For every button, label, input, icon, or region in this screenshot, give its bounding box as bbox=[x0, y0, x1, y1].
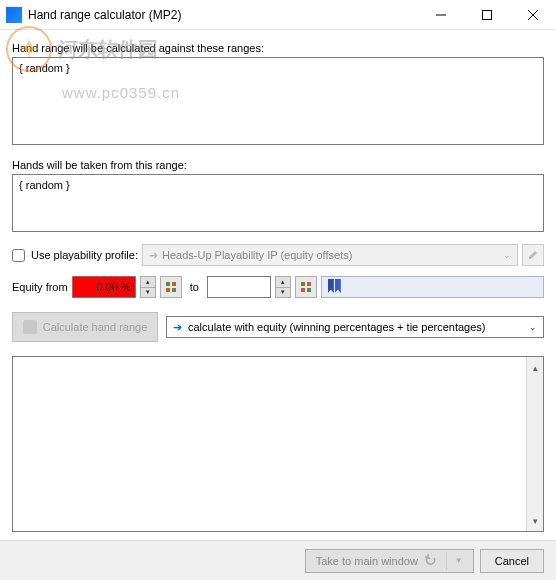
chevron-down-icon: ⌄ bbox=[529, 322, 537, 332]
arrow-right-icon: ➜ bbox=[173, 321, 182, 334]
take-to-main-button[interactable]: Take to main window ▼ bbox=[305, 549, 474, 573]
svg-rect-9 bbox=[307, 282, 311, 286]
results-content[interactable] bbox=[13, 357, 526, 531]
scroll-up-icon: ▴ bbox=[527, 359, 543, 376]
svg-rect-1 bbox=[483, 10, 492, 19]
app-icon bbox=[6, 7, 22, 23]
vertical-scrollbar[interactable]: ▴ ▾ bbox=[526, 357, 543, 531]
chevron-down-icon: ▼ bbox=[455, 556, 463, 565]
equity-from-input[interactable] bbox=[72, 276, 136, 298]
svg-rect-4 bbox=[166, 282, 170, 286]
calculate-button[interactable]: Calculate hand range bbox=[12, 312, 158, 342]
equity-row: Equity from ▲▼ to ▲▼ bbox=[12, 276, 544, 298]
calculate-row: Calculate hand range ➜ calculate with eq… bbox=[12, 312, 544, 342]
content-area: Hand range will be calculated against th… bbox=[0, 30, 556, 532]
divider bbox=[446, 552, 447, 570]
use-playability-checkbox[interactable] bbox=[12, 249, 25, 262]
spinner-down-icon: ▼ bbox=[276, 288, 290, 298]
use-playability-label: Use playability profile: bbox=[31, 249, 138, 261]
undo-icon bbox=[424, 554, 438, 568]
cancel-button-label: Cancel bbox=[495, 555, 529, 567]
svg-rect-7 bbox=[172, 288, 176, 292]
titlebar-left: Hand range calculator (MP2) bbox=[0, 7, 181, 23]
bookmark-box[interactable] bbox=[321, 276, 544, 298]
maximize-button[interactable] bbox=[464, 0, 510, 30]
footer: Take to main window ▼ Cancel bbox=[0, 540, 556, 580]
grid-icon bbox=[300, 281, 312, 293]
edit-profile-button[interactable] bbox=[522, 244, 544, 266]
taken-from-input[interactable] bbox=[12, 174, 544, 232]
calculate-mode-value: calculate with equity (winning percentag… bbox=[188, 321, 485, 333]
arrow-right-icon: ➜ bbox=[149, 249, 158, 262]
svg-rect-8 bbox=[301, 282, 305, 286]
equity-to-grid-button[interactable] bbox=[295, 276, 317, 298]
pencil-icon bbox=[527, 249, 539, 261]
take-to-main-label: Take to main window bbox=[316, 555, 418, 567]
bookmark-icon bbox=[328, 279, 344, 295]
minimize-button[interactable] bbox=[418, 0, 464, 30]
playability-profile-dropdown[interactable]: ➜ Heads-Up Playability IP (equity offset… bbox=[142, 244, 518, 266]
playability-profile-value: Heads-Up Playability IP (equity offsets) bbox=[162, 249, 352, 261]
svg-rect-11 bbox=[307, 288, 311, 292]
cancel-button[interactable]: Cancel bbox=[480, 549, 544, 573]
spinner-up-icon: ▲ bbox=[276, 277, 290, 288]
playability-row: Use playability profile: ➜ Heads-Up Play… bbox=[12, 244, 544, 266]
spinner-down-icon: ▼ bbox=[141, 288, 155, 298]
window-controls bbox=[418, 0, 556, 30]
spinner-up-icon: ▲ bbox=[141, 277, 155, 288]
equity-from-label: Equity from bbox=[12, 281, 68, 293]
equity-to-spinner[interactable]: ▲▼ bbox=[275, 276, 291, 298]
svg-rect-6 bbox=[166, 288, 170, 292]
window-title: Hand range calculator (MP2) bbox=[28, 8, 181, 22]
grid-icon bbox=[165, 281, 177, 293]
calculate-button-label: Calculate hand range bbox=[43, 321, 148, 333]
to-label: to bbox=[190, 281, 199, 293]
results-box: ▴ ▾ bbox=[12, 356, 544, 532]
calculate-icon bbox=[23, 320, 37, 334]
svg-rect-10 bbox=[301, 288, 305, 292]
against-ranges-input[interactable] bbox=[12, 57, 544, 145]
titlebar: Hand range calculator (MP2) bbox=[0, 0, 556, 30]
taken-from-label: Hands will be taken from this range: bbox=[12, 159, 544, 171]
equity-from-spinner[interactable]: ▲▼ bbox=[140, 276, 156, 298]
equity-from-grid-button[interactable] bbox=[160, 276, 182, 298]
close-button[interactable] bbox=[510, 0, 556, 30]
equity-to-input[interactable] bbox=[207, 276, 271, 298]
chevron-down-icon: ⌄ bbox=[503, 250, 511, 260]
svg-rect-5 bbox=[172, 282, 176, 286]
scroll-down-icon: ▾ bbox=[527, 512, 543, 529]
against-ranges-label: Hand range will be calculated against th… bbox=[12, 42, 544, 54]
calculate-mode-dropdown[interactable]: ➜ calculate with equity (winning percent… bbox=[166, 316, 544, 338]
